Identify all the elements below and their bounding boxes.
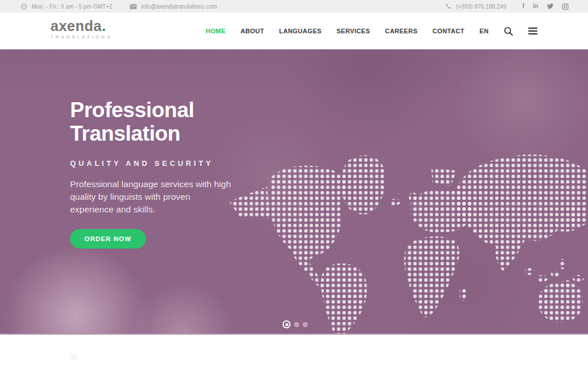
hero-content: Professional Translation QUALITY AND SEC… (70, 99, 277, 249)
clock-icon (21, 3, 27, 10)
logo-text: axenda (51, 18, 102, 34)
topbar: Mon. - Fri.: 9 am - 5 pm GMT+2 info@axen… (0, 0, 588, 13)
nav-item-services[interactable]: SERVICES (336, 28, 370, 34)
nav-item-contact[interactable]: CONTACT (432, 28, 465, 34)
nav-item-careers[interactable]: CAREERS (385, 28, 418, 34)
order-now-button[interactable]: ORDER NOW (70, 229, 146, 249)
working-hours: Mon. - Fri.: 9 am - 5 pm GMT+2 (21, 3, 113, 10)
nav-item-home[interactable]: HOME (206, 28, 226, 34)
facebook-icon[interactable]: f (523, 3, 524, 9)
social-links: f in (523, 3, 568, 10)
faint-section-icon (71, 355, 77, 360)
phone-icon (445, 3, 451, 10)
working-hours-text: Mon. - Fri.: 9 am - 5 pm GMT+2 (32, 3, 113, 10)
email-contact[interactable]: info@axendatranslations.com (130, 3, 217, 10)
slider-dot-3[interactable] (303, 322, 308, 327)
search-icon[interactable] (504, 26, 513, 36)
slider-pagination (283, 320, 308, 328)
menu-icon[interactable] (528, 28, 537, 34)
phone-contact[interactable]: (+359) 876.188.249 (445, 3, 506, 10)
envelope-icon (130, 4, 137, 9)
logo-tagline: TRANSLATIONS (51, 34, 112, 40)
next-section-top (0, 335, 588, 367)
nav-item-about[interactable]: ABOUT (241, 28, 264, 34)
email-link[interactable]: info@axendatranslations.com (141, 3, 217, 10)
language-selector[interactable]: EN (479, 28, 489, 34)
twitter-icon[interactable] (547, 3, 554, 9)
slider-dot-1-active[interactable] (283, 320, 291, 328)
hero-slider: Professional Translation QUALITY AND SEC… (0, 49, 588, 335)
logo[interactable]: axenda. TRANSLATIONS (51, 19, 112, 40)
slider-dot-2[interactable] (294, 322, 299, 327)
hero-subtitle: QUALITY AND SECURITY (70, 159, 277, 168)
nav-item-languages[interactable]: LANGUAGES (279, 28, 322, 34)
dotted-world-map (227, 146, 588, 335)
main-nav: HOME ABOUT LANGUAGES SERVICES CAREERS CO… (206, 13, 537, 49)
hero-title: Professional Translation (70, 99, 277, 145)
instagram-icon[interactable] (562, 3, 568, 10)
logo-dot: . (102, 18, 106, 34)
site-header: axenda. TRANSLATIONS HOME ABOUT LANGUAGE… (0, 13, 588, 49)
linkedin-icon[interactable]: in (533, 3, 538, 9)
phone-link[interactable]: (+359) 876.188.249 (456, 3, 506, 10)
hero-description: Professional language services with high… (70, 178, 277, 216)
